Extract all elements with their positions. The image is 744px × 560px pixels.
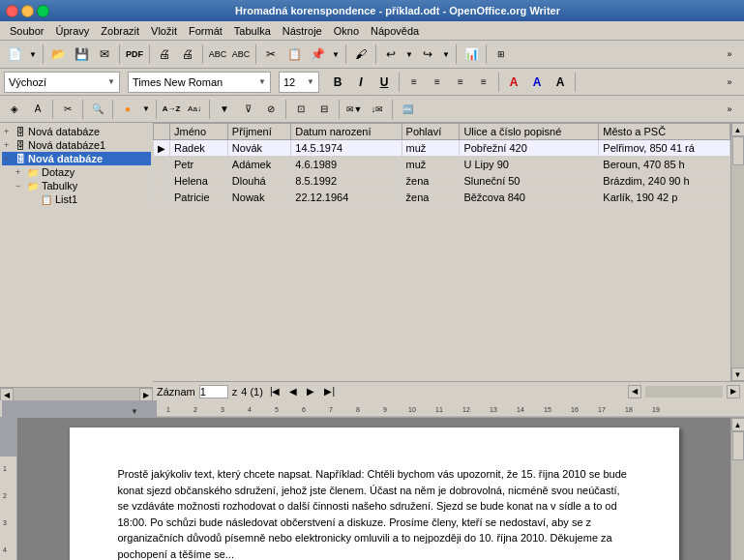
db-item-list1[interactable]: 📋 List1 xyxy=(2,192,151,206)
font-color2-button[interactable]: A xyxy=(550,72,571,93)
menu-tabulka[interactable]: Tabulka xyxy=(228,23,277,39)
col-mesto[interactable]: Město a PSČ xyxy=(599,124,730,140)
db-scroll-left[interactable]: ◀ xyxy=(0,388,14,401)
tb3-end[interactable]: » xyxy=(719,99,740,120)
redo-dropdown[interactable]: ▼ xyxy=(440,44,452,65)
tb-end[interactable]: » xyxy=(719,44,740,65)
pdf-button[interactable]: PDF xyxy=(124,44,145,65)
paste-button[interactable]: 📌 xyxy=(307,44,328,65)
col-ulice[interactable]: Ulice a číslo popisné xyxy=(460,124,599,140)
color-dropdown[interactable]: ▼ xyxy=(140,99,152,120)
db-scroll-right[interactable]: ▶ xyxy=(139,388,153,401)
db-item-nova2[interactable]: + 🗄 Nová databáze1 xyxy=(2,138,151,152)
highlight-button[interactable]: A xyxy=(526,72,548,93)
grid-scroll-up[interactable]: ▲ xyxy=(731,123,745,136)
print-button[interactable]: 🖨 xyxy=(154,44,175,65)
nav-prev-button[interactable]: ◀ xyxy=(286,385,300,398)
table-cell[interactable]: muž xyxy=(402,157,460,173)
tb-end-2[interactable]: » xyxy=(719,72,740,93)
table-cell[interactable]: Nowak xyxy=(227,190,290,206)
table-cell[interactable]: Sluneční 50 xyxy=(460,173,599,190)
table-cell[interactable]: Patricie xyxy=(170,190,228,206)
color-picker[interactable]: ● xyxy=(117,99,138,120)
table-row[interactable]: HelenaDlouhá8.5.1992ženaSluneční 50Brázd… xyxy=(154,173,730,190)
font-name-dropdown[interactable]: Times New Roman ▼ xyxy=(128,72,271,93)
record-number-input[interactable] xyxy=(199,385,228,398)
db-btn2[interactable]: ⊟ xyxy=(313,99,335,120)
grid-v-scrollbar[interactable]: ▲ ▼ xyxy=(730,123,744,381)
grid-h-scroll-track[interactable] xyxy=(645,386,723,398)
db-btn1[interactable]: ⊡ xyxy=(290,99,312,120)
open-button[interactable]: 📂 xyxy=(47,44,69,65)
clone-formatting-button[interactable]: 🖌 xyxy=(350,44,372,65)
table-cell[interactable]: žena xyxy=(402,173,460,190)
table-button[interactable]: ⊞ xyxy=(491,44,512,65)
col-pohlavi[interactable]: Pohlaví xyxy=(402,124,460,140)
table-cell[interactable]: Brázdim, 240 90 h xyxy=(599,173,730,190)
table-cell[interactable]: Helena xyxy=(170,173,228,190)
align-left-button[interactable]: ≡ xyxy=(403,72,425,93)
font-size-dropdown[interactable]: 12 ▼ xyxy=(279,72,319,93)
table-cell[interactable]: Novák xyxy=(227,140,290,157)
styles-button[interactable]: A xyxy=(27,99,48,120)
table-cell[interactable]: 14.5.1974 xyxy=(291,140,402,157)
align-right-button[interactable]: ≡ xyxy=(450,72,471,93)
preview-merge[interactable]: 🔤 xyxy=(397,99,418,120)
db-h-scrollbar[interactable]: ◀ ▶ xyxy=(0,387,153,400)
col-prijmeni[interactable]: Příjmení xyxy=(227,124,290,140)
table-cell[interactable]: Pobřežní 420 xyxy=(460,140,599,157)
menu-soubor[interactable]: Soubor xyxy=(4,23,49,39)
menu-upravy[interactable]: Úpravy xyxy=(49,23,95,39)
table-row[interactable]: PetrAdámek4.6.1989mužU Lipy 90Beroun, 47… xyxy=(154,157,730,173)
menu-okno[interactable]: Okno xyxy=(328,23,365,39)
db-item-nova3[interactable]: − 🗄 Nová databáze xyxy=(2,152,151,165)
table-cell[interactable]: 22.12.1964 xyxy=(291,190,402,206)
print-preview-button[interactable]: 🖨 xyxy=(177,44,198,65)
maximize-button[interactable] xyxy=(37,5,49,17)
align-center-button[interactable]: ≡ xyxy=(427,72,448,93)
redo-button[interactable]: ↪ xyxy=(417,44,438,65)
col-datum[interactable]: Datum narození xyxy=(291,124,402,140)
document-body-text[interactable]: Prostě jakýkoliv text, který chcete naps… xyxy=(118,466,631,560)
grid-h-scroll-left[interactable]: ◀ xyxy=(628,385,641,398)
table-cell[interactable]: Petr xyxy=(170,157,228,173)
email-button[interactable]: ✉ xyxy=(94,44,115,65)
spellcheck-button[interactable]: ABC xyxy=(207,44,228,65)
copy-button[interactable]: 📋 xyxy=(283,44,305,65)
table-cell[interactable]: Pelřimov, 850 41 rá xyxy=(599,140,730,157)
merge-field[interactable]: ✉▼ xyxy=(343,99,365,120)
tb-dropdown-arrow[interactable]: ▼ xyxy=(27,44,39,65)
window-controls[interactable] xyxy=(6,5,49,17)
font-color-button[interactable]: A xyxy=(503,72,524,93)
table-cell[interactable]: Karlík, 190 42 p xyxy=(599,190,730,206)
paragraph-style-dropdown[interactable]: Výchozí ▼ xyxy=(4,72,120,93)
grid-h-scroll-right[interactable]: ▶ xyxy=(727,385,740,398)
zoom-in-button[interactable]: 🔍 xyxy=(87,99,108,120)
table-cell[interactable]: U Lipy 90 xyxy=(460,157,599,173)
paste-dropdown[interactable]: ▼ xyxy=(330,44,342,65)
menu-napoveda[interactable]: Nápověda xyxy=(365,23,425,39)
menu-nastroje[interactable]: Nástroje xyxy=(277,23,328,39)
insert-field[interactable]: ↓✉ xyxy=(367,99,388,120)
table-cell[interactable]: muž xyxy=(402,140,460,157)
db-item-tabulky[interactable]: − 📁 Tabulky xyxy=(2,179,151,192)
db-item-dotazy[interactable]: + 📁 Dotazy xyxy=(2,165,151,179)
table-cell[interactable]: Běžcova 840 xyxy=(460,190,599,206)
nav-last-button[interactable]: ▶| xyxy=(321,385,338,398)
minimize-button[interactable] xyxy=(21,5,34,17)
az-filter[interactable]: Aa↓ xyxy=(184,99,205,120)
table-row[interactable]: ▶RadekNovák14.5.1974mužPobřežní 420Pelři… xyxy=(154,140,730,157)
close-button[interactable] xyxy=(6,5,18,17)
filter-button[interactable]: ⊽ xyxy=(237,99,258,120)
autocorrect-button[interactable]: ABC xyxy=(230,44,252,65)
cut2-button[interactable]: ✂ xyxy=(57,99,78,120)
table-cell[interactable]: žena xyxy=(402,190,460,206)
table-cell[interactable]: 8.5.1992 xyxy=(291,173,402,190)
menu-zobrazit[interactable]: Zobrazit xyxy=(95,23,145,39)
bold-button[interactable]: B xyxy=(327,72,348,93)
navigator-button[interactable]: ◈ xyxy=(4,99,25,120)
cut-button[interactable]: ✂ xyxy=(260,44,282,65)
new-file-button[interactable]: 📄 xyxy=(4,44,25,65)
table-cell[interactable]: Dlouhá xyxy=(227,173,290,190)
save-button[interactable]: 💾 xyxy=(71,44,92,65)
